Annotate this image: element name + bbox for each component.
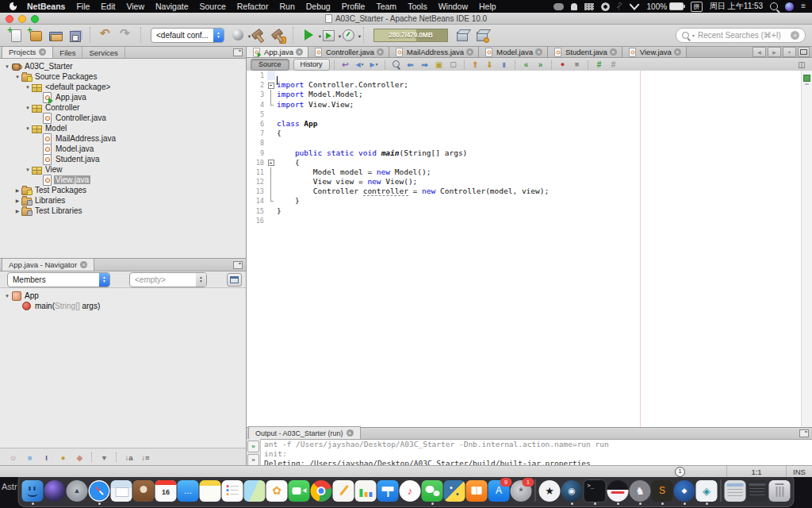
project-tree-item-mailaddress-java[interactable]: MailAddress.java <box>0 133 246 144</box>
close-icon[interactable]: × <box>296 48 303 56</box>
code-line-4[interactable]: 4import View.View; <box>247 100 802 110</box>
dock-mammoth[interactable]: ♞ <box>630 480 651 502</box>
scroll-tabs-right-button[interactable]: ▶ <box>768 47 781 57</box>
memory-usage-bar[interactable]: 280.7/479.0MB <box>373 29 448 42</box>
back-icon[interactable]: ▾ <box>354 59 366 70</box>
error-stripe[interactable] <box>801 71 812 427</box>
wifi-icon[interactable] <box>630 2 640 10</box>
project-tree-item-libraries[interactable]: ▶Libraries <box>0 195 246 206</box>
menu-source[interactable]: Source <box>193 2 231 11</box>
project-tree-item-source-packages[interactable]: ▼Source Packages <box>0 71 246 82</box>
menu-team[interactable]: Team <box>370 2 402 11</box>
project-tree-item-model-java[interactable]: Model.java <box>0 144 246 154</box>
code-line-8[interactable]: 8 <box>247 138 802 148</box>
close-icon[interactable]: × <box>347 429 354 437</box>
show-non-public-filter[interactable]: ● <box>58 452 68 463</box>
fold-marker[interactable] <box>267 80 275 90</box>
sort-by-source[interactable]: ↓≡ <box>140 452 151 463</box>
dock-calendar[interactable]: 16 <box>155 480 177 502</box>
set-main-project-button[interactable]: ▾ <box>229 26 247 44</box>
project-tree-item-student-java[interactable]: Student.java <box>0 154 246 164</box>
find-selection-icon[interactable] <box>390 59 403 70</box>
project-tree-item-controller[interactable]: ▼Controller <box>0 102 246 113</box>
code-line-3[interactable]: 3import Model.Model; <box>247 90 802 99</box>
maximize-editor-button[interactable] <box>798 47 810 57</box>
menu-netbeans[interactable]: NetBeans <box>21 2 71 11</box>
dock-reminders[interactable] <box>222 480 243 502</box>
project-tree-item-app-java[interactable]: App.java <box>0 92 246 102</box>
run-project-button[interactable]: ▾ <box>300 26 318 44</box>
close-icon[interactable]: × <box>610 48 617 56</box>
navigator-tree-item-app[interactable]: ▼App <box>0 291 246 301</box>
menu-edit[interactable]: Edit <box>95 2 121 11</box>
dock-bluebox[interactable]: ◆ <box>674 480 695 502</box>
expander-icon[interactable]: ▶ <box>13 198 21 203</box>
dock-siri[interactable] <box>44 480 66 502</box>
clean-and-build-button[interactable] <box>269 26 287 44</box>
new-project-button[interactable] <box>26 26 44 44</box>
project-tree-item-view-java[interactable]: View.java <box>0 175 246 185</box>
combo-stepper-icon[interactable]: ▴▾ <box>99 273 109 287</box>
show-fields-filter[interactable]: ■ <box>25 452 35 463</box>
code-line-6[interactable]: 6class App <box>247 119 802 129</box>
user-status-icon[interactable] <box>571 3 577 10</box>
dock-wechat[interactable] <box>422 480 443 502</box>
dock-appstore[interactable]: A9 <box>488 480 510 502</box>
show-static-filter[interactable]: ◆ <box>75 452 85 463</box>
scroll-tabs-left-button[interactable]: ◀ <box>753 47 766 57</box>
code-line-11[interactable]: 11 Model model = new Model(); <box>247 167 802 177</box>
expander-icon[interactable]: ▼ <box>24 167 32 172</box>
project-tree-item-model[interactable]: ▼Model <box>0 123 246 133</box>
bluetooth-icon[interactable] <box>617 2 622 11</box>
menu-navigate[interactable]: Navigate <box>150 2 193 11</box>
menu-run[interactable]: Run <box>274 2 300 11</box>
source-view-button[interactable]: Source <box>251 59 289 71</box>
dock-sysprefs[interactable]: *1 <box>511 480 532 502</box>
code-line-7[interactable]: 7{ <box>247 129 802 138</box>
panel-tab-services[interactable]: Services <box>82 47 124 58</box>
dock-photos[interactable]: ✿ <box>266 480 288 502</box>
new-file-button[interactable] <box>6 26 25 44</box>
editor-tab-app-java[interactable]: App.java× <box>247 46 308 57</box>
open-project-button[interactable] <box>46 26 64 44</box>
toggle-highlight-icon[interactable] <box>433 59 446 70</box>
dock-qq[interactable] <box>607 480 629 502</box>
code-line-14[interactable]: 14 } <box>247 196 802 206</box>
undo-button[interactable] <box>97 26 115 44</box>
output-options-button[interactable]: » <box>247 454 259 466</box>
expander-icon[interactable]: ▼ <box>3 294 11 298</box>
navigator-tree-item-main-string-args[interactable]: main(String[] args) <box>0 301 246 311</box>
quick-search-box[interactable]: ▾ Recent Searches (⌘+I) × <box>676 28 806 43</box>
menu-clock[interactable]: 周日 上午11:53 <box>710 1 763 12</box>
menu-view[interactable]: View <box>121 2 150 11</box>
forward-icon[interactable]: ▾ <box>368 59 381 70</box>
build-project-button[interactable] <box>249 26 267 44</box>
dock-launchpad[interactable]: ▲ <box>67 480 88 502</box>
output-tab[interactable]: Output - A03C_Starter (run) × <box>248 426 361 439</box>
dock-safari[interactable] <box>89 480 110 502</box>
dock-window-preview-dark[interactable] <box>747 480 768 502</box>
editor-tab-controller-java[interactable]: Controller.java× <box>308 46 389 57</box>
project-tree-item-controller-java[interactable]: Controller.java <box>0 113 246 123</box>
code-line-1[interactable]: 1 <box>247 71 802 80</box>
siri-menu-icon[interactable] <box>785 2 794 11</box>
split-document-icon[interactable] <box>795 59 808 70</box>
combo-stepper-icon[interactable]: ▴▾ <box>196 273 206 287</box>
output-text[interactable]: ant -f /Users/jayshao/Desktop/A03C_Start… <box>260 439 812 466</box>
show-bean-patterns-filter[interactable]: I <box>41 452 52 463</box>
dock-star-app[interactable]: ★ <box>539 480 561 502</box>
apple-menu-icon[interactable] <box>10 2 17 10</box>
code-line-16[interactable]: 16 <box>247 216 802 225</box>
expander-icon[interactable]: ▼ <box>3 64 11 69</box>
menu-tools[interactable]: Tools <box>402 2 433 11</box>
code-line-12[interactable]: 12 View view = new View(); <box>247 177 802 187</box>
navigator-minimize-button[interactable] <box>233 261 243 269</box>
shift-right-icon[interactable] <box>534 59 547 70</box>
dock-finder[interactable] <box>22 480 44 502</box>
expander-icon[interactable]: ▶ <box>13 208 21 214</box>
shift-left-icon[interactable] <box>520 59 533 70</box>
wheel-status-icon[interactable] <box>601 2 610 11</box>
stop-macro-recording-icon[interactable] <box>571 59 584 70</box>
bricks-status-icon[interactable] <box>584 3 594 10</box>
comment-icon[interactable] <box>593 59 606 70</box>
